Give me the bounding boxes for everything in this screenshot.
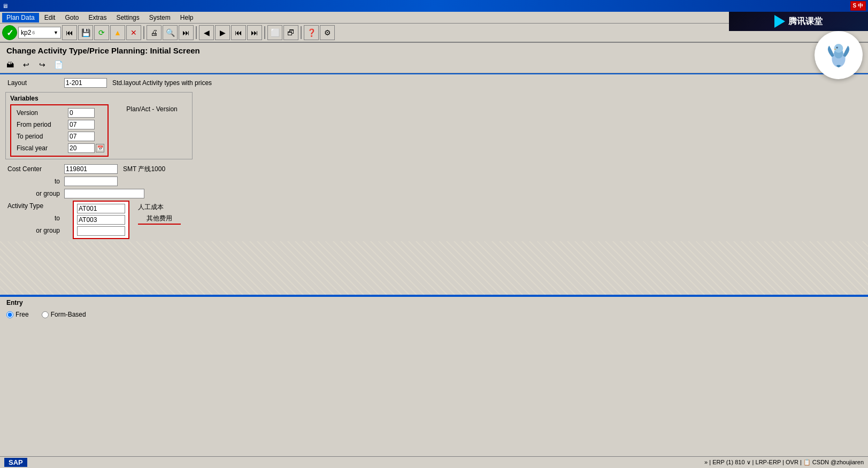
new-window-button[interactable]: 🗗	[283, 25, 298, 40]
cost-center-or-group-label: or group	[5, 190, 64, 197]
activity-type-desc-row: 人工成本	[138, 202, 181, 212]
undo-icon[interactable]: ↩	[19, 58, 33, 72]
activity-to-label-row: to	[5, 213, 64, 224]
page-title-area: Change Activity Type/Price Planning: Ini…	[0, 43, 868, 56]
up-button[interactable]: ▲	[110, 25, 125, 40]
cost-center-input[interactable]	[64, 164, 118, 174]
radio-form-based[interactable]: Form-Based	[42, 311, 86, 318]
mountain-icon[interactable]: 🏔	[3, 58, 17, 72]
variables-header: Variables	[10, 95, 188, 102]
bird-icon	[820, 36, 857, 74]
menu-extras[interactable]: Extras	[84, 13, 111, 22]
activity-type-input[interactable]	[77, 204, 125, 213]
entry-radio-row: Free Form-Based	[6, 309, 862, 320]
separator3	[264, 26, 265, 39]
svg-point-2	[834, 44, 843, 53]
help-button[interactable]: ❓	[304, 25, 319, 40]
activity-descriptions: 人工成本 其他费用	[138, 201, 181, 225]
cost-center-desc: SMT 产线1000	[118, 165, 165, 174]
radio-form-based-input[interactable]	[42, 311, 49, 318]
document-icon[interactable]: 📄	[51, 58, 65, 72]
fiscal-year-input-group: 📅	[68, 143, 104, 153]
activity-to-label: to	[5, 214, 64, 222]
svg-point-3	[836, 47, 838, 49]
from-period-input[interactable]	[68, 120, 95, 129]
variables-section: Variables Version From period To period …	[5, 92, 193, 159]
find-next-button[interactable]: ⏭	[179, 25, 194, 40]
menu-plan-data[interactable]: Plan Data	[2, 13, 39, 22]
cost-center-to-row: to	[5, 176, 863, 187]
last-page-button[interactable]: ⏭	[247, 25, 262, 40]
activity-to-input[interactable]	[77, 215, 125, 225]
activity-type-label: Activity Type	[5, 202, 64, 210]
session-dropdown[interactable]: kp2 6 ▼	[18, 27, 61, 39]
layout-input[interactable]	[64, 78, 107, 88]
menu-system[interactable]: System	[145, 13, 175, 22]
from-period-row: From period	[14, 119, 104, 130]
title-bar: 🖥 S 中	[0, 0, 868, 12]
prev-page-button[interactable]: ◀	[199, 25, 214, 40]
content-area: Layout Std.layout Activity types with pr…	[0, 74, 868, 241]
bird-logo	[815, 31, 863, 79]
cost-center-to-input[interactable]	[64, 177, 118, 186]
fiscal-year-label: Fiscal year	[14, 144, 68, 152]
menu-goto[interactable]: Goto	[60, 13, 83, 22]
menu-help[interactable]: Help	[176, 13, 198, 22]
activity-to-desc-row: 其他费用	[138, 214, 181, 225]
version-row: Version	[14, 108, 104, 118]
fiscal-year-picker-btn[interactable]: 📅	[96, 144, 104, 152]
save-button[interactable]: 💾	[78, 25, 93, 40]
activity-or-group-label: or group	[5, 227, 64, 234]
variables-highlight-group: Version From period To period Fiscal yea…	[10, 104, 109, 157]
version-label: Version	[14, 109, 68, 117]
cancel-button[interactable]: ✕	[126, 25, 141, 40]
title-bar-left: 🖥	[2, 3, 8, 9]
activity-type-label-row: Activity Type	[5, 201, 64, 211]
to-period-label: To period	[14, 133, 68, 140]
session-sub: 6	[32, 30, 35, 35]
activity-labels: Activity Type to or group	[5, 201, 64, 237]
print-button[interactable]: 🖨	[147, 25, 162, 40]
menu-bar: Plan Data Edit Goto Extras Settings Syst…	[0, 12, 868, 24]
to-period-input[interactable]	[68, 132, 95, 141]
cost-center-or-group-input[interactable]	[64, 189, 144, 198]
activity-or-group-input[interactable]	[77, 226, 125, 236]
version-input[interactable]	[68, 108, 95, 118]
cost-center-to-label: to	[5, 178, 64, 185]
cost-center-row: Cost Center SMT 产线1000	[5, 164, 863, 174]
confirm-button[interactable]: ✓	[2, 25, 17, 40]
tencent-play-icon	[774, 15, 785, 28]
first-page-button[interactable]: ⏮	[231, 25, 246, 40]
menu-edit[interactable]: Edit	[40, 13, 60, 22]
activity-or-group-label-row: or group	[5, 225, 64, 236]
settings-button[interactable]: ⚙	[320, 25, 335, 40]
layout-button[interactable]: ⬜	[267, 25, 282, 40]
status-bar-right: » | ERP (1) 810 ∨ | LRP-ERP | OVR | 📋 CS…	[704, 459, 864, 466]
secondary-toolbar: 🏔 ↩ ↪ 📄	[0, 56, 868, 73]
page-title: Change Activity Type/Price Planning: Ini…	[6, 46, 200, 55]
separator1	[143, 26, 144, 39]
radio-free[interactable]: Free	[6, 311, 29, 318]
from-period-label: From period	[14, 121, 68, 128]
sap-corner-logo: S 中	[850, 1, 866, 11]
entry-header: Entry	[6, 299, 862, 306]
activity-type-desc: 人工成本	[138, 203, 164, 212]
layout-row: Layout Std.layout Activity types with pr…	[5, 78, 863, 88]
refresh-button[interactable]: ⟳	[94, 25, 109, 40]
redo-icon[interactable]: ↪	[35, 58, 49, 72]
activity-to-desc: 其他费用	[147, 214, 172, 223]
layout-desc: Std.layout Activity types with prices	[107, 79, 212, 87]
status-bar-left: SAP	[4, 458, 27, 467]
content-filler	[0, 241, 868, 295]
status-right-text: » | ERP (1) 810 ∨ | LRP-ERP | OVR | 📋 CS…	[704, 459, 864, 466]
radio-free-input[interactable]	[6, 311, 13, 318]
radio-form-based-label: Form-Based	[51, 311, 86, 318]
layout-label: Layout	[5, 79, 64, 87]
next-page-button[interactable]: ▶	[215, 25, 230, 40]
back-button[interactable]: ⏮	[62, 25, 77, 40]
fiscal-year-input[interactable]	[68, 143, 95, 153]
menu-settings[interactable]: Settings	[112, 13, 143, 22]
version-desc: Plan/Act - Version	[121, 105, 177, 113]
entry-section: Entry Free Form-Based	[0, 296, 868, 323]
find-button[interactable]: 🔍	[163, 25, 178, 40]
